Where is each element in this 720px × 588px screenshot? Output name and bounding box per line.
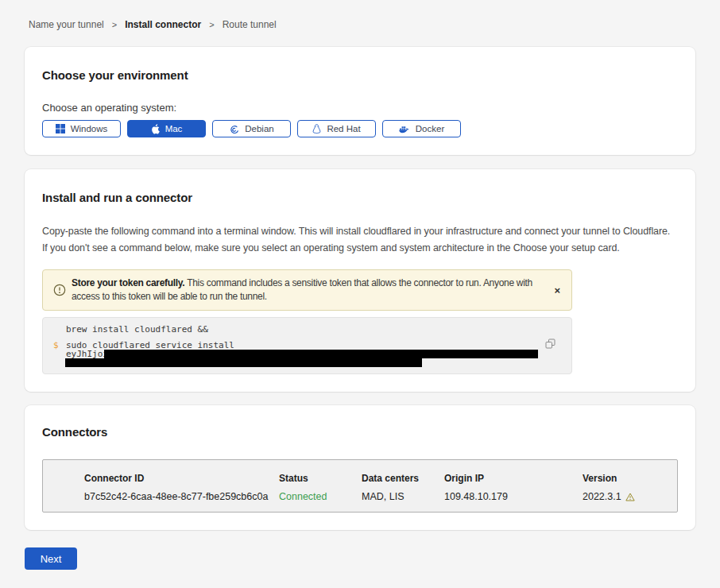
breadcrumb-install-connector[interactable]: Install connector <box>125 19 201 30</box>
connectors-title: Connectors <box>42 425 678 439</box>
connectors-table: Connector ID Status Data centers Origin … <box>42 459 678 513</box>
os-button-label: Mac <box>165 124 183 133</box>
breadcrumb-separator: > <box>112 20 117 29</box>
redhat-penguin-icon <box>312 124 321 134</box>
windows-icon <box>56 124 65 133</box>
header-version: Version <box>583 473 677 484</box>
install-command-code-block: $ brew install cloudflared && sudo cloud… <box>42 317 572 374</box>
origin-ip-value: 109.48.10.179 <box>444 491 583 502</box>
warning-title: Store your token carefully. <box>72 277 184 288</box>
os-button-redhat[interactable]: Red Hat <box>297 120 376 137</box>
connectors-card: Connectors Connector ID Status Data cent… <box>25 405 695 530</box>
warning-circle-icon <box>53 284 66 296</box>
os-button-row: Windows Mac Debian Red Hat <box>42 120 678 137</box>
os-button-label: Red Hat <box>327 124 360 133</box>
redacted-token-bar <box>104 350 538 358</box>
warning-text: Store your token carefully. This command… <box>72 277 533 304</box>
code-line-brew: brew install cloudflared && <box>66 325 559 334</box>
terminal-prompt: $ <box>53 341 59 350</box>
os-button-windows[interactable]: Windows <box>42 120 121 137</box>
code-line-service-install: sudo cloudflared service install <box>66 341 559 350</box>
os-button-label: Windows <box>71 124 108 133</box>
connector-id-value: b7c52c42-6caa-48ee-8c77-fbe259cb6c0a <box>84 491 279 502</box>
os-button-label: Debian <box>245 124 273 133</box>
version-cell: 2022.3.1 <box>583 491 677 502</box>
choose-environment-card: Choose your environment Choose an operat… <box>25 47 695 155</box>
status-badge: Connected <box>279 491 362 502</box>
os-button-mac[interactable]: Mac <box>127 120 206 137</box>
header-origin-ip: Origin IP <box>444 473 583 484</box>
copy-icon[interactable] <box>545 338 555 349</box>
header-status: Status <box>279 473 362 484</box>
table-row: b7c52c42-6caa-48ee-8c77-fbe259cb6c0a Con… <box>84 491 677 502</box>
install-description: Copy-paste the following command into a … <box>42 223 678 257</box>
docker-whale-icon <box>399 125 410 133</box>
debian-icon <box>229 124 239 134</box>
version-value: 2022.3.1 <box>583 491 621 502</box>
header-connector-id: Connector ID <box>84 473 279 484</box>
breadcrumb-route-tunnel[interactable]: Route tunnel <box>223 19 277 30</box>
os-button-debian[interactable]: Debian <box>212 120 291 137</box>
breadcrumb-name-your-tunnel[interactable]: Name your tunnel <box>29 19 104 30</box>
install-connector-card: Install and run a connector Copy-paste t… <box>25 169 695 392</box>
os-button-docker[interactable]: Docker <box>382 120 461 137</box>
breadcrumb-separator: > <box>209 20 214 29</box>
breadcrumb: Name your tunnel > Install connector > R… <box>0 0 720 30</box>
os-button-label: Docker <box>416 124 444 133</box>
warning-triangle-icon <box>625 493 635 501</box>
page-content: Choose your environment Choose an operat… <box>0 47 720 530</box>
close-icon[interactable]: × <box>554 285 560 296</box>
data-centers-value: MAD, LIS <box>362 491 444 502</box>
next-button[interactable]: Next <box>25 547 77 570</box>
install-connector-title: Install and run a connector <box>42 191 678 204</box>
apple-icon <box>151 124 160 134</box>
connectors-table-header: Connector ID Status Data centers Origin … <box>84 473 677 484</box>
choose-environment-title: Choose your environment <box>42 68 678 82</box>
redacted-token-bar <box>65 358 422 367</box>
token-warning-banner: Store your token carefully. This command… <box>42 269 572 311</box>
header-data-centers: Data centers <box>362 473 444 484</box>
operating-system-label: Choose an operating system: <box>42 102 678 114</box>
